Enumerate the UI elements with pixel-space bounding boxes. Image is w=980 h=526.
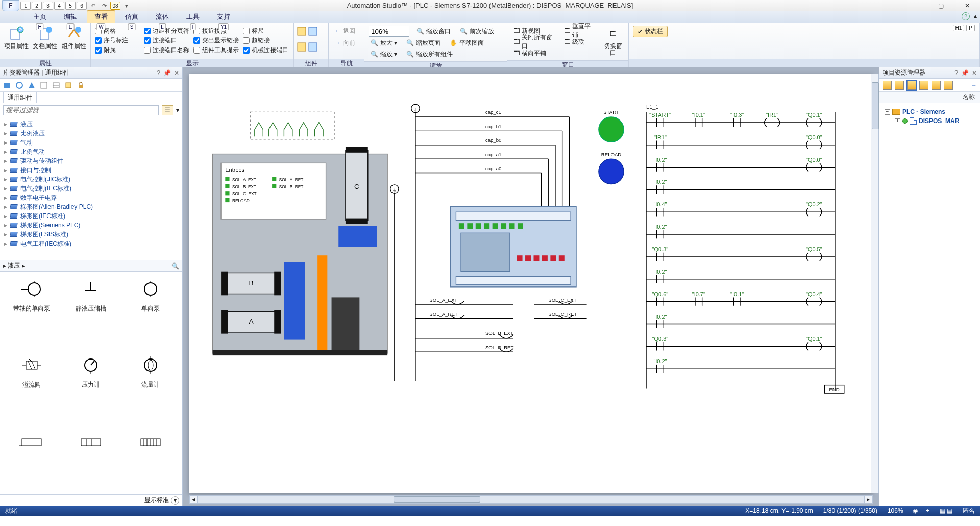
- zoom-in-button[interactable]: 🔍放大 ▾: [369, 38, 399, 48]
- switch-window-button[interactable]: 🗔切换窗口: [601, 26, 624, 56]
- status-view-icons[interactable]: ▦ ▤: [940, 507, 952, 514]
- display-option-checkbox[interactable]: 附属: [95, 46, 140, 55]
- scroll-left-icon[interactable]: ◂: [189, 496, 198, 503]
- qat-slot[interactable]: 2: [32, 2, 42, 10]
- display-standard-button[interactable]: 显示标准: [144, 496, 169, 505]
- qat-slot[interactable]: 5: [65, 2, 76, 10]
- display-option-checkbox[interactable]: 突出显示链接: [193, 36, 239, 45]
- chevron-down-icon[interactable]: ▾: [171, 496, 179, 505]
- tile-vertical-button[interactable]: 🗔垂直平铺: [562, 26, 596, 36]
- close-all-windows-button[interactable]: 🗔关闭所有窗口: [511, 37, 557, 47]
- qat-slot[interactable]: 3: [43, 2, 53, 10]
- project-toolbar-icon[interactable]: [895, 81, 904, 90]
- panel-pin-icon[interactable]: 📌: [961, 69, 969, 77]
- scroll-right-icon[interactable]: ▸: [864, 496, 872, 503]
- library-tree-item[interactable]: ▸接口与控制: [0, 165, 182, 175]
- display-option-checkbox[interactable]: 接近接点: [193, 27, 239, 35]
- minimize-button[interactable]: —: [904, 0, 924, 11]
- tab-home[interactable]: 主页H: [26, 10, 54, 23]
- tab-tools[interactable]: 工具I: [179, 10, 207, 23]
- zoom-window-button[interactable]: 🔍缩放窗口: [414, 26, 453, 36]
- display-option-checkbox[interactable]: 连接端口名称: [144, 46, 189, 55]
- help-icon[interactable]: ?: [962, 12, 970, 20]
- zoom-page-button[interactable]: 🔍缩放页面: [404, 38, 443, 48]
- panel-help-icon[interactable]: ?: [954, 69, 958, 77]
- library-tree-item[interactable]: ▸驱动与传动组件: [0, 156, 182, 165]
- lib-toolbar-icon[interactable]: [40, 81, 48, 89]
- library-tree-item[interactable]: ▸电气控制(JIC标准): [0, 175, 182, 184]
- library-tree-item[interactable]: ▸液压: [0, 119, 182, 129]
- project-toolbar-icon[interactable]: [907, 81, 916, 90]
- zoom-adjust-button[interactable]: 🔍缩放 ▾: [369, 49, 399, 59]
- search-icon[interactable]: 🔍: [172, 262, 179, 270]
- panel-help-icon[interactable]: ?: [157, 69, 160, 77]
- lib-toolbar-icon[interactable]: [3, 81, 11, 89]
- project-properties-button[interactable]: ⚙ 项目属性: [4, 26, 29, 50]
- palette-item[interactable]: 单向泵: [122, 277, 179, 346]
- library-tree-item[interactable]: ▸梯形图(Allen-Bradley PLC): [0, 202, 182, 211]
- library-tree-item[interactable]: ▸梯形图(IEC标准): [0, 211, 182, 221]
- library-tree-item[interactable]: ▸梯形图(LSIS标准): [0, 230, 182, 239]
- component-tool-icon[interactable]: [297, 27, 306, 37]
- project-toolbar-more-icon[interactable]: →: [971, 82, 977, 89]
- project-tree-node[interactable]: + DISPOS_MAR: [883, 116, 977, 126]
- tile-horizontal-button[interactable]: 🗔横向平铺: [511, 48, 557, 58]
- component-tool-icon[interactable]: [297, 42, 306, 53]
- scrollbar-thumb[interactable]: [394, 496, 480, 503]
- display-option-checkbox[interactable]: 连接端口: [144, 36, 189, 45]
- lock-icon[interactable]: [77, 81, 85, 89]
- project-toolbar-icon[interactable]: [883, 81, 892, 90]
- nav-back-button[interactable]: ←返回: [333, 26, 357, 36]
- lib-toolbar-icon[interactable]: [28, 81, 36, 89]
- qat-slot[interactable]: 08: [110, 2, 120, 10]
- palette-item[interactable]: 静液压储槽: [62, 277, 119, 346]
- component-tool-icon[interactable]: [308, 27, 317, 37]
- canvas-vertical-scrollbar[interactable]: [871, 74, 879, 493]
- component-tool-icon[interactable]: [308, 42, 317, 53]
- library-tree-item[interactable]: ▸比例液压: [0, 129, 182, 138]
- category-breadcrumb[interactable]: 液压: [8, 262, 20, 269]
- display-option-checkbox[interactable]: 机械连接端口: [243, 46, 288, 55]
- panel-close-icon[interactable]: ✕: [972, 69, 977, 77]
- qat-slot[interactable]: 4: [54, 2, 64, 10]
- lib-toolbar-icon[interactable]: [52, 81, 60, 89]
- close-button[interactable]: ✕: [958, 0, 977, 11]
- display-option-checkbox[interactable]: 边距和分页符: [144, 27, 189, 35]
- library-tree-item[interactable]: ▸电气控制(IEC标准): [0, 184, 182, 193]
- display-option-checkbox[interactable]: 标尺: [243, 27, 288, 35]
- display-option-checkbox[interactable]: 超链接: [243, 36, 288, 45]
- qat-redo-icon[interactable]: ↷: [99, 1, 109, 10]
- library-search-input[interactable]: [3, 105, 159, 115]
- library-subtab[interactable]: 通用组件: [3, 92, 37, 103]
- tab-fluid[interactable]: 流体L: [148, 10, 177, 23]
- palette-item[interactable]: [122, 429, 179, 489]
- project-toolbar-icon[interactable]: [944, 81, 953, 90]
- qat-dropdown-icon[interactable]: ▾: [121, 1, 132, 10]
- qat-undo-icon[interactable]: ↶: [88, 1, 98, 10]
- library-tree-item[interactable]: ▸梯形图(Siemens PLC): [0, 221, 182, 230]
- search-dropdown-icon[interactable]: ▾: [176, 107, 179, 114]
- schematic-canvas[interactable]: Entrées SOL_A_EXT SOL_B_EXT SOL_C_EXT RE…: [189, 74, 873, 493]
- nav-forward-button[interactable]: →向前: [333, 38, 357, 48]
- palette-item[interactable]: 溢流阀: [3, 353, 60, 422]
- panel-close-icon[interactable]: ✕: [174, 69, 179, 77]
- lib-toolbar-icon[interactable]: [15, 81, 23, 89]
- search-options-icon[interactable]: ☰: [162, 105, 173, 115]
- status-zoom[interactable]: 106% —◉— +: [888, 507, 929, 514]
- palette-item[interactable]: 流量计: [122, 353, 179, 422]
- canvas-horizontal-scrollbar[interactable]: ◂ ▸: [189, 495, 873, 504]
- pan-button[interactable]: ✋平移图面: [448, 38, 486, 48]
- cascade-button[interactable]: 🗔级联: [562, 37, 596, 47]
- tree-expand-icon[interactable]: +: [895, 118, 900, 124]
- zoom-all-button[interactable]: 🔍缩放所有组件: [404, 49, 455, 59]
- library-tree-item[interactable]: ▸数字电子电路: [0, 193, 182, 202]
- zoom-value-input[interactable]: [369, 26, 409, 37]
- tree-collapse-icon[interactable]: −: [885, 109, 890, 115]
- qat-slot[interactable]: 1: [20, 2, 31, 10]
- maximize-button[interactable]: ▢: [931, 0, 950, 11]
- statusbar-toggle-button[interactable]: ✔ 状态栏: [633, 26, 668, 37]
- palette-item[interactable]: 压力计: [62, 353, 119, 422]
- panel-pin-icon[interactable]: 📌: [163, 69, 171, 77]
- zoom-prev-button[interactable]: 🔍前次缩放: [458, 26, 496, 36]
- project-toolbar-icon[interactable]: [919, 81, 928, 90]
